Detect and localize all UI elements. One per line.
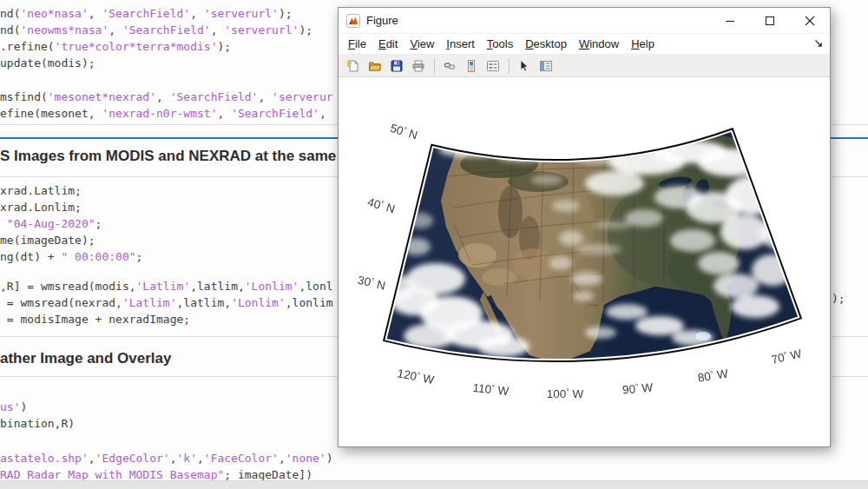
menu-item-help[interactable]: Help bbox=[625, 36, 661, 52]
code-line: me(imageDate); bbox=[0, 234, 95, 247]
code-line: ng(dt) + " 00:00:00"; bbox=[0, 250, 142, 263]
section-heading-1: S Images from MODIS and NEXRAD at the sa… bbox=[0, 148, 336, 165]
code-line: = wmsread(nexrad,'Latlim',latlim,'Lonlim… bbox=[0, 296, 333, 309]
code-line: bination,R) bbox=[0, 417, 75, 430]
graticule-label: 40° N bbox=[366, 195, 397, 215]
print-figure-button[interactable] bbox=[408, 56, 428, 76]
menu-item-tools[interactable]: Tools bbox=[481, 36, 519, 52]
graticule-label: 120° W bbox=[396, 367, 435, 387]
minimize-button[interactable] bbox=[710, 8, 750, 34]
code-line: = modisImage + nexradImage; bbox=[0, 313, 190, 326]
graticule-label: 110° W bbox=[472, 381, 510, 398]
menu-item-edit[interactable]: Edit bbox=[372, 36, 404, 52]
code-line: nd('neo*nasa', 'SearchField', 'serverurl… bbox=[0, 7, 293, 20]
close-button[interactable] bbox=[790, 8, 830, 34]
insert-legend-button[interactable] bbox=[483, 56, 503, 76]
code-line: efine(mesonet, 'nexrad-n0r-wmst', 'Searc… bbox=[0, 107, 333, 120]
code-line: msfind('mesonet*nexrad', 'SearchField', … bbox=[0, 90, 333, 103]
section-heading-2: ather Image and Overlay bbox=[0, 350, 171, 367]
menu-item-desktop[interactable]: Desktop bbox=[519, 36, 573, 52]
graticule-label: 30° N bbox=[357, 274, 387, 293]
minimize-icon bbox=[725, 16, 735, 26]
code-line: us') bbox=[0, 400, 27, 413]
graticule-label: 90° W bbox=[621, 380, 654, 396]
new-figure-button[interactable] bbox=[343, 56, 363, 76]
save-figure-icon bbox=[390, 59, 404, 73]
graticule-label: 100° W bbox=[547, 387, 584, 400]
print-figure-icon bbox=[411, 59, 425, 73]
property-inspector-button[interactable] bbox=[536, 56, 556, 76]
code-line: xrad.Latlim; bbox=[0, 184, 82, 197]
code-line-continuation: ); bbox=[832, 292, 845, 305]
toolbar-separator bbox=[509, 58, 510, 74]
matlab-logo-icon bbox=[346, 14, 360, 28]
code-line: RAD Radar Map with MODIS Basemap"; image… bbox=[0, 468, 312, 481]
insert-colorbar-button[interactable] bbox=[461, 56, 481, 76]
menu-item-view[interactable]: View bbox=[404, 36, 440, 52]
link-plot-button[interactable] bbox=[439, 56, 459, 76]
new-figure-icon bbox=[346, 59, 360, 73]
insert-colorbar-icon bbox=[464, 59, 478, 73]
title-bar[interactable]: Figure bbox=[339, 8, 830, 34]
menu-item-file[interactable]: File bbox=[342, 36, 372, 52]
screen: nd('neo*nasa', 'SearchField', 'serverurl… bbox=[0, 0, 868, 489]
window-title: Figure bbox=[366, 14, 398, 27]
menu-item-window[interactable]: Window bbox=[573, 36, 625, 52]
code-line: xrad.Lonlim; bbox=[0, 201, 82, 214]
code-line: "04-Aug-2020"; bbox=[0, 217, 102, 230]
graticule-label: 50° N bbox=[389, 122, 419, 142]
graticule-label: 70° W bbox=[770, 347, 803, 367]
figure-toolbar bbox=[339, 55, 830, 77]
figure-window: Figure bbox=[338, 7, 831, 447]
code-line: update(modis); bbox=[0, 56, 95, 69]
menu-item-insert[interactable]: Insert bbox=[440, 36, 481, 52]
graticule-label: 80° W bbox=[697, 367, 729, 384]
code-line: ,R] = wmsread(modis,'Latlim',latlim,'Lon… bbox=[0, 280, 333, 293]
code-line: astatelo.shp','EdgeColor','k','FaceColor… bbox=[0, 452, 333, 465]
open-file-button[interactable] bbox=[365, 56, 385, 76]
maximize-icon bbox=[765, 16, 775, 26]
edit-plot-button[interactable] bbox=[514, 56, 534, 76]
code-line: nd('neowms*nasa', 'SearchField', 'server… bbox=[0, 23, 312, 36]
toolbar-separator bbox=[434, 58, 435, 74]
property-inspector-icon bbox=[539, 59, 553, 73]
close-icon bbox=[805, 16, 815, 26]
link-plot-icon bbox=[443, 59, 457, 73]
figure-canvas[interactable]: 50° N40° N30° N 120° W110° W100° W90° W8… bbox=[339, 77, 830, 446]
page-bottom-strip bbox=[0, 480, 868, 489]
edit-plot-icon bbox=[517, 59, 531, 73]
menu-bar: FileEditViewInsertToolsDesktopWindowHelp bbox=[339, 34, 830, 55]
save-figure-button[interactable] bbox=[386, 56, 406, 76]
dock-figure-arrow-icon[interactable] bbox=[813, 38, 825, 50]
code-line: .refine('true*color*terra*modis'); bbox=[0, 40, 231, 53]
insert-legend-icon bbox=[486, 59, 500, 73]
map-axes: 50° N40° N30° N 120° W110° W100° W90° W8… bbox=[339, 77, 830, 446]
open-file-icon bbox=[368, 59, 382, 73]
maximize-button[interactable] bbox=[750, 8, 790, 34]
